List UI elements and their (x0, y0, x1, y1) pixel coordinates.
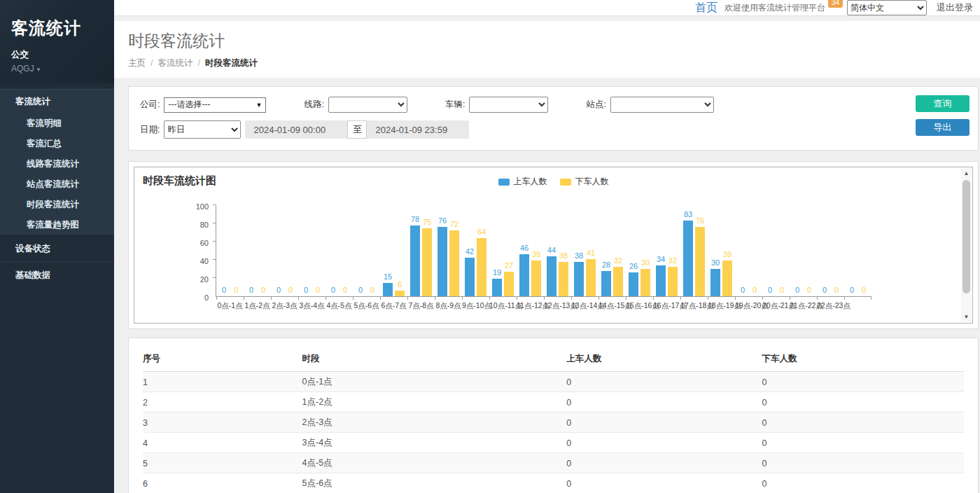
x-axis-tick (326, 297, 326, 300)
y-axis-tick (213, 241, 216, 242)
x-axis-tick-label: 8点-9点 (435, 301, 462, 311)
bar-下车人数: 75 (422, 228, 432, 297)
table-header-row: 序号时段上车人数下车人数 (143, 348, 964, 372)
bar-group: 3841 (571, 205, 598, 296)
caret-down-icon: ▾ (37, 66, 41, 73)
table-cell: 0 (762, 372, 964, 392)
date-start-input[interactable] (245, 120, 347, 139)
bar-value-label: 44 (547, 246, 556, 254)
date-label: 日期: (140, 124, 160, 136)
table-cell: 3 (143, 412, 302, 433)
export-button[interactable]: 导出 (916, 119, 969, 136)
app-window: 客流统计 公交 AQGJ▾ 客流统计客流明细客流汇总线路客流统计站点客流统计时段… (0, 0, 980, 493)
x-axis-tick-label: 12点-13点 (544, 301, 571, 311)
y-axis-tick (213, 204, 216, 205)
scroll-down-icon[interactable]: ▼ (961, 312, 972, 322)
x-axis-tick-label: 2点-3点 (271, 301, 298, 311)
bar-value-label: 15 (384, 272, 392, 281)
table-cell: 2点-3点 (302, 412, 567, 433)
bar-上车人数: 19 (492, 279, 502, 296)
table-row: 32点-3点00 (143, 412, 964, 433)
bar-group: 00 (298, 205, 326, 296)
table-cell: 1 (143, 372, 302, 392)
table-cell: 4点-5点 (302, 453, 567, 473)
vehicle-select[interactable] (469, 97, 548, 113)
page-title: 时段客流统计 (128, 30, 966, 52)
bar-上车人数: 38 (574, 262, 584, 296)
company-select[interactable]: ---请选择--- ▼ (164, 97, 266, 113)
bar-value-label: 72 (450, 220, 458, 228)
date-preset-select[interactable]: 昨日 (164, 120, 241, 139)
x-axis-tick-label: 20点-21点 (762, 301, 790, 311)
x-axis-tick (353, 297, 354, 300)
bar-value-label: 0 (768, 286, 772, 294)
bar-value-label: 0 (834, 286, 839, 294)
bar-value-label: 26 (629, 262, 638, 270)
breadcrumb-link-0[interactable]: 主页 (128, 58, 146, 68)
x-axis-tick (762, 297, 763, 300)
bar-下车人数: 27 (504, 272, 514, 296)
org-selector[interactable]: AQGJ▾ (11, 64, 103, 74)
x-axis-tick-label: 14点-15点 (598, 301, 626, 311)
x-axis-tick-label: 9点-10点 (462, 301, 489, 311)
bar-value-label: 30 (641, 258, 650, 267)
nav-home-link[interactable]: 首页 (695, 1, 718, 15)
breadcrumb-separator: / (197, 58, 200, 68)
chart-scrollbar[interactable]: ▲ ▼ (961, 168, 972, 322)
dropdown-arrow-icon: ▼ (256, 102, 262, 109)
legend-item[interactable]: 下车人数 (560, 176, 609, 188)
sidebar-item-flow-detail[interactable]: 客流明细 (0, 113, 114, 134)
sidebar-item-device-status[interactable]: 设备状态 (0, 235, 114, 262)
bar-下车人数: 32 (613, 267, 623, 296)
language-select[interactable]: 简体中文 (847, 0, 927, 15)
bar-下车人数: 64 (477, 238, 486, 296)
bar-value-label: 32 (668, 256, 677, 265)
sidebar-item-flow-summary[interactable]: 客流汇总 (0, 134, 114, 154)
legend-item[interactable]: 上车人数 (498, 176, 547, 188)
x-axis-tick (298, 297, 299, 300)
bar-group: 00 (790, 205, 817, 296)
y-axis-tick-label: 40 (200, 257, 209, 265)
bar-value-label: 0 (741, 286, 745, 294)
sidebar-item-flow-trend-chart[interactable]: 客流量趋势图 (0, 215, 114, 235)
sidebar-item-base-data[interactable]: 基础数据 (0, 262, 114, 289)
x-axis-tick (544, 297, 545, 300)
station-select[interactable] (610, 97, 714, 113)
x-axis-tick-label: 0点-1点 (216, 301, 244, 311)
x-axis-tick-label: 21点-22点 (790, 301, 817, 311)
notification-badge[interactable]: 34 (828, 0, 843, 8)
table-cell: 0点-1点 (302, 372, 567, 392)
bar-上车人数: 78 (410, 225, 420, 296)
sidebar-item-station-flow-stats[interactable]: 站点客流统计 (0, 174, 114, 195)
x-axis-tick-label: 15点-16点 (626, 301, 653, 311)
filter-buttons: 查询 导出 (916, 95, 969, 136)
bar-value-label: 0 (752, 286, 757, 294)
x-axis-tick-label: 6点-7点 (380, 301, 407, 311)
bar-group: 00 (844, 205, 872, 296)
logout-link[interactable]: 退出登录 (937, 1, 973, 14)
sidebar-item-period-flow-stats[interactable]: 时段客流统计 (0, 195, 114, 215)
breadcrumb-link-1[interactable]: 客流统计 (158, 58, 192, 68)
x-axis-tick (598, 297, 599, 300)
search-button[interactable]: 查询 (916, 95, 969, 112)
chart-legend: 上车人数下车人数 (498, 176, 609, 188)
scroll-up-icon[interactable]: ▲ (961, 168, 972, 179)
x-axis-tick (844, 297, 845, 300)
bar-value-label: 76 (438, 216, 447, 225)
sidebar-item-passenger-flow-stats[interactable]: 客流统计 (0, 90, 114, 113)
sidebar-item-line-flow-stats[interactable]: 线路客流统计 (0, 154, 114, 174)
company-value: ---请选择--- (168, 99, 210, 111)
line-select[interactable] (328, 97, 407, 113)
content: 公司: ---请选择--- ▼ 线路: 车辆: 站点: (114, 78, 980, 493)
bar-group: 7672 (435, 205, 462, 296)
bar-value-label: 76 (696, 216, 704, 225)
bar-value-label: 0 (222, 286, 226, 294)
scrollbar-thumb[interactable] (962, 180, 970, 293)
date-range-to-label: 至 (347, 120, 367, 139)
bar-value-label: 0 (862, 286, 866, 294)
table-row: 54点-5点00 (143, 453, 964, 473)
bar-group: 3039 (708, 205, 735, 296)
bar-value-label: 0 (850, 286, 854, 294)
date-end-input[interactable] (367, 120, 469, 139)
welcome-text: 欢迎使用客流统计管理平台 (724, 2, 825, 14)
